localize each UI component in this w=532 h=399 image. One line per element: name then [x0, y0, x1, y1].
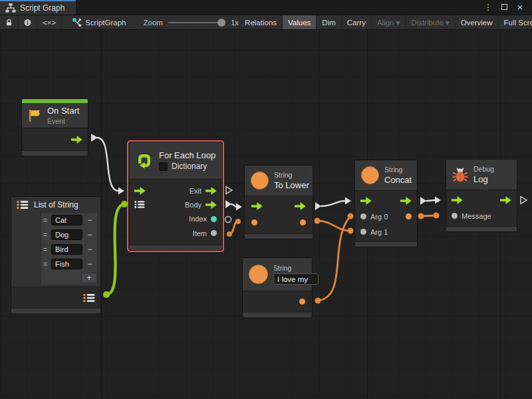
lock-icon: [5, 17, 13, 28]
message-port[interactable]: [452, 213, 458, 219]
node-string-literal[interactable]: String: [242, 257, 313, 319]
drag-handle-icon[interactable]: =: [43, 246, 49, 253]
fullscreen-button[interactable]: Full Screen: [499, 15, 532, 29]
tab-title: Script Graph: [20, 3, 65, 13]
dictionary-checkbox[interactable]: [159, 162, 168, 171]
zoom-label: Zoom: [144, 19, 163, 27]
maximize-icon[interactable]: [499, 1, 509, 14]
list-item-field-0[interactable]: [51, 215, 82, 225]
wire-list-foreach[interactable]: [106, 204, 124, 295]
wire-tolower-arg1[interactable]: [317, 221, 350, 231]
graph-breadcrumb[interactable]: ScriptGraph: [72, 15, 126, 29]
list-item-field-2[interactable]: [51, 244, 82, 255]
script-graph-icon: [72, 18, 82, 27]
result-output-port[interactable]: [300, 219, 306, 225]
relations-button[interactable]: Relations: [239, 15, 283, 29]
exit-port-marker[interactable]: [226, 187, 232, 194]
string-value-field[interactable]: [273, 273, 319, 285]
on-start-trigger-port[interactable]: [71, 136, 82, 144]
arg1-port[interactable]: [360, 229, 366, 235]
wire-concat-log[interactable]: [426, 200, 435, 201]
inspect-button[interactable]: <×>: [37, 15, 62, 29]
wire-item-tolower[interactable]: [229, 221, 238, 234]
node-concat[interactable]: String Concat Arg 0 Arg 1: [354, 160, 418, 247]
log-exit-marker[interactable]: [521, 197, 527, 204]
carry-button[interactable]: Carry: [342, 15, 372, 29]
list-item-field-1[interactable]: [51, 229, 82, 240]
arg0-label: Arg 0: [370, 213, 388, 221]
exit-port[interactable]: [295, 202, 306, 210]
zoom-slider-handle[interactable]: [217, 19, 225, 27]
dim-button[interactable]: Dim: [317, 15, 341, 29]
values-button[interactable]: Values: [283, 15, 317, 29]
info-icon: [24, 18, 31, 27]
string-type-icon: [249, 265, 268, 284]
string-input-port[interactable]: [251, 219, 257, 225]
list-item-row: = −: [41, 257, 97, 271]
distribute-dropdown[interactable]: Distribute ▾: [406, 15, 455, 29]
remove-item-button[interactable]: −: [84, 245, 95, 254]
node-for-each-loop[interactable]: For Each Loop Dictionary Exit Body: [128, 142, 223, 251]
wire-concat-message[interactable]: [421, 215, 436, 216]
item-port[interactable]: [211, 230, 217, 236]
drag-handle-icon[interactable]: =: [43, 231, 49, 239]
node-debug-log[interactable]: Debug Log Message: [446, 159, 517, 232]
node-title: To Lower: [274, 180, 307, 190]
node-title: Log: [473, 174, 494, 184]
arg0-port[interactable]: [360, 213, 366, 219]
node-list-of-string[interactable]: List of String = − = − =: [11, 196, 101, 313]
bug-icon: [452, 168, 468, 182]
align-label: Align: [377, 19, 394, 27]
body-port[interactable]: [205, 201, 217, 209]
wire-literal-arg0[interactable]: [318, 216, 350, 301]
drag-handle-icon[interactable]: =: [43, 261, 49, 268]
node-type-label: Debug: [473, 165, 494, 173]
list-item-field-3[interactable]: [51, 259, 82, 269]
index-port-marker[interactable]: [225, 217, 231, 223]
zoom-slider[interactable]: [168, 19, 225, 27]
list-input-port[interactable]: [134, 200, 145, 209]
exit-port[interactable]: [500, 196, 511, 204]
exit-port[interactable]: [400, 197, 412, 205]
wire-onstart-foreach[interactable]: [97, 138, 118, 191]
node-subtitle: Event: [47, 117, 79, 125]
node-title: On Start: [47, 106, 79, 116]
exit-port[interactable]: [205, 187, 217, 195]
lock-button[interactable]: [0, 15, 19, 29]
kebab-menu-icon[interactable]: ⋮: [483, 1, 493, 14]
list-icon: [17, 200, 29, 209]
window-controls: ⋮ ×: [483, 0, 532, 15]
node-footer: [245, 233, 313, 239]
enter-port[interactable]: [360, 197, 372, 205]
index-port[interactable]: [211, 216, 217, 222]
tab-script-graph[interactable]: Script Graph: [0, 0, 76, 15]
remove-item-button[interactable]: −: [84, 215, 95, 225]
wire-body-tolower[interactable]: [231, 204, 237, 207]
align-dropdown[interactable]: Align ▾: [372, 15, 406, 29]
remove-item-button[interactable]: −: [84, 259, 95, 269]
graph-canvas[interactable]: On Start Event List of String = −: [0, 30, 532, 399]
list-output-port[interactable]: [83, 293, 95, 303]
info-button[interactable]: [19, 15, 37, 29]
item-port-label: Item: [193, 229, 207, 237]
result-output-port[interactable]: [406, 213, 412, 219]
drag-handle-icon[interactable]: =: [43, 217, 49, 224]
exit-port-label: Exit: [190, 187, 201, 195]
body-out-marker[interactable]: [225, 200, 231, 208]
concat-out-marker[interactable]: [420, 197, 426, 205]
value-output-port[interactable]: [299, 299, 305, 305]
on-start-out-marker[interactable]: [91, 134, 98, 142]
close-icon[interactable]: ×: [515, 1, 525, 14]
enter-port[interactable]: [452, 196, 463, 204]
enter-port[interactable]: [251, 202, 263, 210]
remove-item-button[interactable]: −: [84, 230, 95, 239]
add-item-button[interactable]: +: [81, 273, 97, 283]
zoom-value: 1x: [231, 19, 239, 27]
wire-tolower-concat[interactable]: [321, 201, 345, 206]
enter-port[interactable]: [134, 187, 146, 195]
node-to-lower[interactable]: String To Lower: [244, 165, 313, 239]
toolbar-button-group: Relations Values Dim Carry Align ▾ Distr…: [239, 15, 532, 29]
overview-button[interactable]: Overview: [456, 15, 499, 29]
node-on-start[interactable]: On Start Event: [21, 98, 88, 156]
tolower-out-marker[interactable]: [315, 202, 321, 210]
